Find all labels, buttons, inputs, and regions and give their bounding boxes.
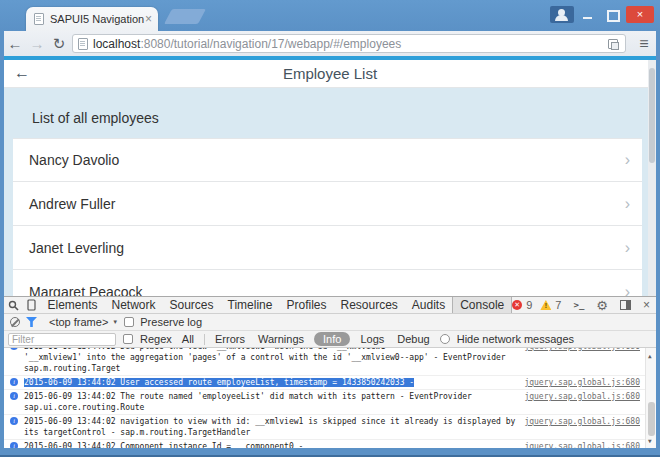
selected-text: 2015-06-09 13:44:02 User accessed route … [24, 378, 414, 387]
level-debug[interactable]: Debug [394, 333, 432, 345]
source-link[interactable]: jquery.sap.global.js:680 [524, 348, 640, 352]
list-item[interactable]: Andrew Fuller › [13, 182, 642, 226]
dock-side-icon[interactable] [620, 300, 631, 310]
info-icon: i [10, 417, 18, 425]
tab-elements[interactable]: Elements [40, 297, 104, 313]
level-errors[interactable]: Errors [212, 333, 248, 345]
titlebar: SAPUI5 Navigation × × [0, 0, 660, 31]
tab-title: SAPUI5 Navigation [50, 13, 145, 25]
favicon-page-icon [34, 13, 44, 25]
frame-selector[interactable]: <top frame> ▼ [49, 316, 118, 328]
level-logs[interactable]: Logs [357, 333, 387, 345]
gear-icon[interactable]: ⚙ [596, 298, 608, 313]
tab-resources[interactable]: Resources [333, 297, 404, 313]
device-toolbar-icon[interactable] [22, 297, 40, 313]
console-filterbar: Regex All Errors Warnings Info Logs Debu… [4, 331, 656, 348]
source-link[interactable]: jquery.sap.global.js:680 [524, 391, 640, 402]
scroll-down-icon[interactable]: ▼ [648, 435, 652, 446]
message-line: sap.ui.core.routing.Route [24, 402, 570, 413]
console-message[interactable]: i jquery.sap.global.js:680 2015-06-09 13… [4, 440, 656, 448]
devtools-tabbar: Elements Network Sources Timeline Profil… [4, 297, 656, 314]
inspect-element-icon[interactable] [4, 297, 22, 313]
message-line: 2015-06-09 13:44:02 navigation to view w… [24, 416, 570, 427]
forward-icon[interactable]: → [26, 35, 48, 52]
chevron-down-icon: ▼ [112, 319, 118, 325]
profile-icon[interactable] [550, 6, 574, 23]
employee-name: Andrew Fuller [29, 196, 625, 212]
devtools-panel: Elements Network Sources Timeline Profil… [4, 296, 656, 448]
source-link[interactable]: jquery.sap.global.js:680 [524, 416, 640, 427]
tab-console[interactable]: Console [452, 297, 512, 313]
console-messages: i jquery.sap.global.js:680 2015-06-09 13… [4, 348, 656, 448]
browser-tab[interactable]: SAPUI5 Navigation × [26, 7, 158, 31]
chevron-right-icon: › [625, 239, 630, 257]
chevron-right-icon: › [625, 283, 630, 297]
browser-toolbar: ← → ↻ localhost:8080/tutorial/navigation… [4, 31, 656, 56]
maximize-button[interactable] [602, 6, 622, 23]
list-item[interactable]: Nancy Davolio › [13, 138, 642, 182]
address-bar[interactable]: localhost:8080/tutorial/navigation/17/we… [72, 34, 626, 53]
scroll-up-icon[interactable]: ▲ [648, 350, 652, 361]
tiles-icon[interactable] [608, 39, 618, 49]
hide-network-label: Hide network messages [457, 333, 574, 345]
url-text[interactable]: localhost:8080/tutorial/navigation/17/we… [93, 37, 608, 51]
error-icon[interactable]: ✕ [512, 300, 522, 310]
console-scrollbar[interactable]: ▲ ▼ [645, 348, 656, 448]
console-message[interactable]: i jquery.sap.global.js:680 2015-06-09 13… [4, 390, 656, 415]
scrollbar-thumb[interactable] [648, 402, 655, 436]
level-all[interactable]: All [179, 333, 197, 345]
info-icon: i [10, 348, 18, 350]
console-message[interactable]: i jquery.sap.global.js:680 2015-06-09 13… [4, 415, 656, 440]
minimize-button[interactable] [578, 6, 598, 23]
console-message-selected[interactable]: i jquery.sap.global.js:680 2015-06-09 13… [4, 376, 656, 390]
source-link[interactable]: jquery.sap.global.js:680 [524, 377, 640, 388]
employee-name: Nancy Davolio [29, 152, 625, 168]
tab-close-icon[interactable]: × [145, 14, 152, 24]
app-back-icon[interactable]: ← [14, 64, 30, 82]
info-icon: i [10, 392, 18, 400]
tab-network[interactable]: Network [105, 297, 163, 313]
preserve-log-label: Preserve log [140, 316, 202, 328]
new-tab-button[interactable] [164, 9, 206, 24]
preserve-log-checkbox[interactable] [124, 317, 134, 327]
regex-checkbox[interactable] [123, 334, 133, 344]
window-close-button[interactable]: × [626, 6, 654, 23]
app-header: ← Employee List [4, 60, 656, 88]
warning-count[interactable]: 7 [555, 299, 561, 311]
tab-profiles[interactable]: Profiles [279, 297, 333, 313]
reload-icon[interactable]: ↻ [48, 35, 70, 53]
employee-name: Janet Leverling [29, 240, 625, 256]
message-line: its targetControl - sap.m.routing.Target… [24, 427, 570, 438]
message-line: 2015-06-09 13:44:02 The route named 'emp… [24, 391, 570, 402]
filter-funnel-icon[interactable] [26, 317, 37, 327]
page-title: Employee List [4, 60, 656, 88]
tab-audits[interactable]: Audits [405, 297, 452, 313]
scrollbar-thumb[interactable] [649, 68, 655, 163]
panel-title: List of all employees [32, 110, 656, 126]
message-line: '__xmlview1' into the aggregation 'pages… [24, 352, 570, 374]
console-toolbar: <top frame> ▼ Preserve log [4, 314, 656, 331]
employee-name: Margaret Peacock [29, 284, 625, 297]
list-item[interactable]: Margaret Peacock › [13, 270, 642, 296]
warning-icon[interactable]: ! [540, 300, 551, 310]
level-info[interactable]: Info [314, 332, 350, 346]
menu-icon[interactable]: ≡ [632, 35, 656, 53]
hide-network-checkbox[interactable] [440, 334, 450, 344]
url-host: localhost [93, 37, 140, 51]
page-scrollbar[interactable] [648, 60, 656, 296]
console-message[interactable]: i jquery.sap.global.js:680 2015-06-09 13… [4, 348, 656, 376]
tab-timeline[interactable]: Timeline [221, 297, 280, 313]
clear-console-icon[interactable] [10, 317, 20, 327]
list-item[interactable]: Janet Leverling › [13, 226, 642, 270]
console-drawer-icon[interactable]: >_ [573, 300, 584, 310]
info-icon: i [10, 378, 18, 386]
back-icon[interactable]: ← [4, 35, 26, 52]
chevron-right-icon: › [625, 151, 630, 169]
error-count[interactable]: 9 [526, 299, 532, 311]
level-warnings[interactable]: Warnings [255, 333, 307, 345]
devtools-close-icon[interactable]: × [643, 298, 650, 312]
browser-window: SAPUI5 Navigation × × ← → ↻ localhost:80… [0, 0, 660, 457]
tab-sources[interactable]: Sources [163, 297, 221, 313]
source-link[interactable]: jquery.sap.global.js:680 [524, 441, 640, 448]
filter-input[interactable] [8, 333, 116, 346]
